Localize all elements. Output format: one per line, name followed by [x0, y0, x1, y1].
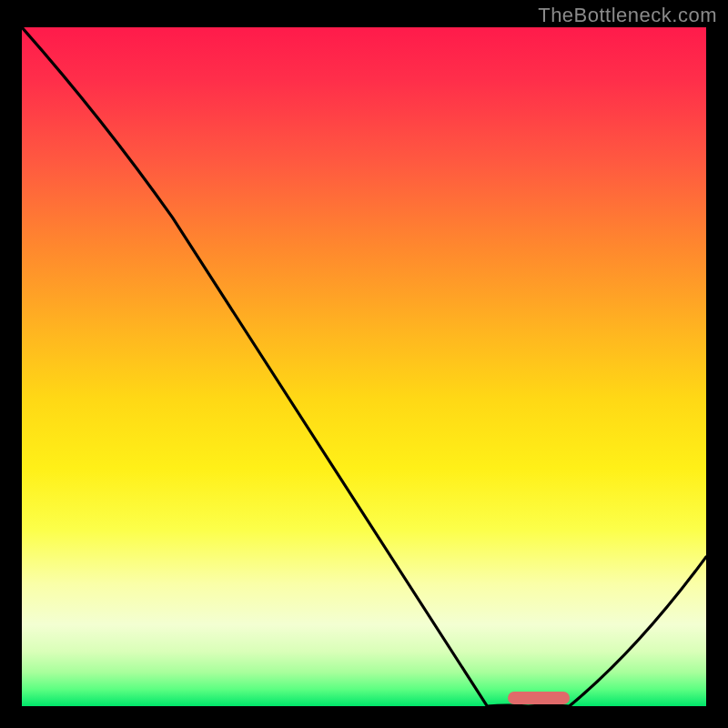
plot-area [22, 27, 706, 706]
bottleneck-curve [22, 27, 706, 706]
chart-frame: TheBottleneck.com [0, 0, 728, 728]
watermark-text: TheBottleneck.com [538, 4, 717, 27]
optimal-marker [508, 692, 570, 704]
